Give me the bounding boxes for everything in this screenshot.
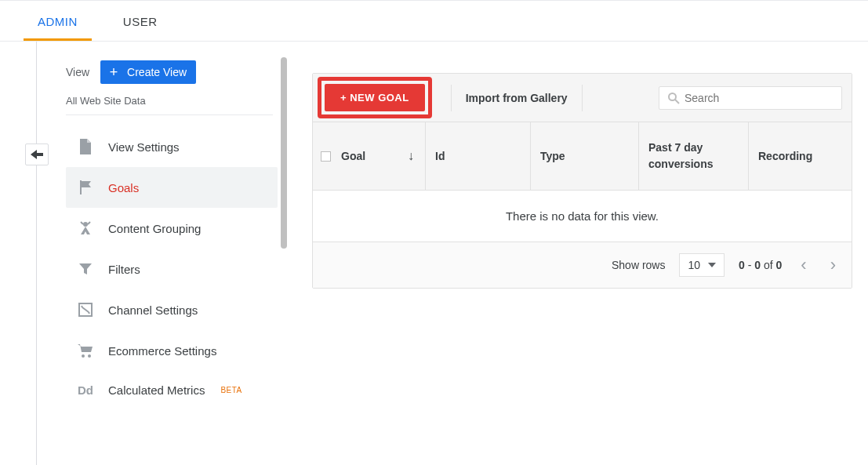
page-icon [77, 139, 94, 154]
cart-icon [77, 343, 94, 358]
back-arrow-icon [31, 150, 43, 159]
back-button[interactable] [25, 143, 49, 165]
sidebar-item-goals[interactable]: Goals [66, 167, 278, 208]
search-input[interactable] [685, 92, 833, 104]
view-selector[interactable]: All Web Site Data [66, 93, 273, 115]
col-goal-label: Goal [341, 150, 365, 162]
plus-icon: + [107, 65, 121, 79]
sidebar-item-view-settings[interactable]: View Settings [66, 126, 278, 167]
beta-badge: BETA [220, 386, 242, 394]
show-rows-label: Show rows [612, 259, 665, 271]
divider [451, 85, 452, 111]
select-all-checkbox[interactable] [321, 151, 331, 162]
col-type[interactable]: Type [531, 122, 639, 190]
create-view-button[interactable]: + Create View [100, 60, 196, 84]
dd-icon: Dd [77, 383, 94, 397]
search-icon [667, 92, 680, 104]
table-header-row: Goal ↓ Id Type Past 7 day conversions Re… [313, 122, 852, 191]
pagination-range: 0 - 0 of 0 [739, 259, 782, 271]
highlight-annotation: + NEW GOAL [318, 77, 432, 118]
sidebar-item-label: Channel Settings [108, 303, 198, 317]
col-goal[interactable]: Goal ↓ [332, 122, 426, 190]
svg-point-4 [669, 93, 676, 100]
channel-icon [77, 302, 94, 318]
sidebar-item-content-grouping[interactable]: Content Grouping [66, 208, 278, 249]
person-merge-icon [77, 220, 94, 236]
svg-point-2 [82, 354, 85, 358]
funnel-icon [77, 261, 94, 277]
sidebar-item-label: Calculated Metrics [108, 383, 205, 397]
view-sidebar: View + Create View All Web Site Data Vie… [52, 42, 287, 465]
rows-value: 10 [688, 259, 700, 271]
sidebar-item-filters[interactable]: Filters [66, 249, 278, 289]
col-past7[interactable]: Past 7 day conversions [639, 122, 749, 190]
chevron-down-icon [708, 263, 716, 267]
goals-panel: + NEW GOAL Import from Gallery Goal ↓ Id… [312, 73, 852, 289]
sidebar-item-label: Ecommerce Settings [108, 344, 216, 358]
view-label: View [66, 66, 89, 78]
next-page-button[interactable]: › [826, 255, 841, 275]
new-goal-button[interactable]: + NEW GOAL [325, 84, 425, 111]
sidebar-item-label: Goals [108, 181, 139, 194]
create-view-label: Create View [127, 66, 187, 78]
scrollbar-thumb[interactable] [281, 57, 287, 249]
sidebar-item-label: Filters [108, 263, 140, 276]
sidebar-item-calculated-metrics[interactable]: Dd Calculated Metrics BETA [66, 371, 278, 409]
sidebar-item-channel-settings[interactable]: Channel Settings [66, 289, 278, 330]
tab-user[interactable]: USER [109, 1, 172, 41]
sidebar-item-label: View Settings [108, 140, 180, 154]
sort-arrow-icon: ↓ [408, 149, 414, 163]
admin-tabs: ADMIN USER [0, 1, 868, 42]
import-from-gallery-link[interactable]: Import from Gallery [466, 92, 568, 104]
breadcrumb-line [36, 42, 37, 465]
tab-admin[interactable]: ADMIN [24, 1, 92, 41]
svg-point-3 [88, 354, 91, 358]
sidebar-item-label: Content Grouping [108, 222, 201, 235]
empty-state: There is no data for this view. [313, 191, 852, 242]
divider [582, 85, 583, 111]
col-id[interactable]: Id [426, 122, 531, 190]
search-field[interactable] [659, 86, 842, 110]
prev-page-button[interactable]: ‹ [796, 255, 811, 275]
svg-point-0 [83, 222, 88, 227]
flag-icon [77, 180, 94, 195]
sidebar-item-ecommerce-settings[interactable]: Ecommerce Settings [66, 330, 278, 371]
col-recording[interactable]: Recording [749, 122, 852, 190]
svg-line-5 [675, 100, 679, 104]
rows-per-page-select[interactable]: 10 [679, 253, 725, 277]
